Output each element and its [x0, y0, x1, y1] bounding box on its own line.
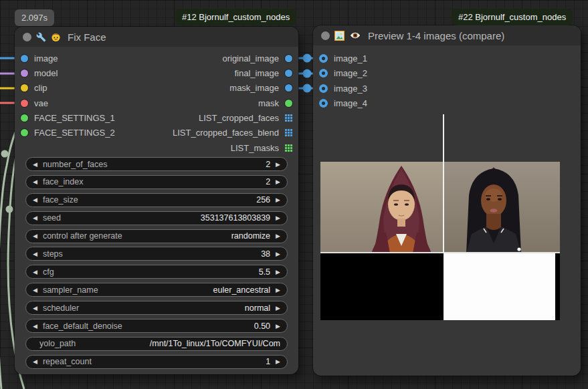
widget-cfg[interactable]: ◀ cfg 5.5 ▶ — [25, 265, 288, 279]
input-slot-image[interactable]: image — [21, 53, 58, 63]
node-title: Fix Face — [68, 31, 106, 43]
input-dot-model[interactable] — [21, 70, 28, 77]
decrement-arrow[interactable]: ◀ — [33, 305, 37, 311]
widget-number-of-faces[interactable]: ◀ number_of_faces 2 ▶ — [25, 157, 288, 171]
grid-output-icon[interactable] — [285, 129, 292, 136]
input-ring-image-1[interactable] — [319, 54, 328, 63]
increment-arrow[interactable]: ▶ — [276, 215, 280, 221]
widget-scheduler[interactable]: ◀ scheduler normal ▶ — [25, 301, 288, 315]
decrement-arrow[interactable]: ◀ — [33, 161, 37, 168]
node-title: Preview 1-4 images (compare) — [368, 30, 504, 41]
collapse-dot[interactable] — [321, 31, 330, 40]
output-dot-mask-image[interactable] — [285, 84, 292, 92]
widget-sampler-name[interactable]: ◀ sampler_name euler_ancestral ▶ — [25, 283, 288, 297]
decrement-arrow[interactable]: ◀ — [33, 233, 37, 239]
decrement-arrow[interactable]: ◀ — [33, 323, 37, 330]
increment-arrow[interactable]: ▶ — [276, 161, 280, 168]
input-slot-model[interactable]: model — [21, 68, 58, 78]
decrement-arrow[interactable]: ◀ — [33, 287, 37, 293]
widget-face-size[interactable]: ◀ face_size 256 ▶ — [25, 193, 288, 207]
compare-mask-image — [320, 252, 560, 320]
widget-yolo-path[interactable]: ◀ yolo_path /mnt/1To_linux/1To/COMFYUI/C… — [25, 337, 288, 351]
increment-arrow[interactable]: ▶ — [276, 358, 280, 365]
fix-face-node[interactable]: Fix Face image original_image model — [15, 27, 298, 374]
node-id-badge-fix-face: #12 Bjornulf_custom_nodes — [175, 9, 296, 25]
widget-list: ◀ number_of_faces 2 ▶ ◀ face_index 2 ▶ ◀… — [25, 157, 288, 373]
input-slot-face-settings-2[interactable]: FACE_SETTINGS_2 — [21, 128, 115, 138]
decrement-arrow[interactable]: ◀ — [33, 215, 37, 221]
increment-arrow[interactable]: ▶ — [276, 197, 280, 203]
widget-repeat-count[interactable]: ◀ repeat_count 1 ▶ — [25, 355, 288, 369]
input-dot-face-settings-2[interactable] — [21, 129, 28, 136]
input-slot-face-settings-1[interactable]: FACE_SETTINGS_1 — [21, 113, 115, 123]
output-slot-original-image[interactable]: original_image — [222, 53, 292, 63]
output-slot-list-cropped-faces-blend[interactable]: LIST_cropped_faces_blend — [173, 128, 292, 138]
eye-icon — [349, 31, 361, 39]
grid-output-icon[interactable] — [285, 144, 292, 152]
output-dot-mask[interactable] — [285, 100, 292, 107]
widget-face-default-denoise[interactable]: ◀ face_default_denoise 0.50 ▶ — [25, 319, 288, 333]
increment-arrow[interactable]: ▶ — [276, 178, 280, 185]
input-ring-image-4[interactable] — [319, 99, 328, 108]
collapse-dot[interactable] — [23, 33, 31, 41]
compare-slider-line[interactable] — [443, 114, 444, 253]
wrench-icon — [36, 32, 46, 42]
output-slot-mask-image[interactable]: mask_image — [229, 83, 292, 93]
widget-seed[interactable]: ◀ seed 353137613803839 ▶ — [25, 211, 288, 225]
person-face-icon — [51, 32, 61, 42]
decrement-arrow[interactable]: ◀ — [33, 269, 37, 275]
mask-white-region — [444, 253, 555, 320]
widget-steps[interactable]: ◀ steps 38 ▶ — [25, 247, 288, 261]
input-dot-image[interactable] — [21, 55, 28, 62]
increment-arrow[interactable]: ▶ — [276, 233, 280, 239]
increment-arrow[interactable]: ▶ — [276, 251, 280, 257]
output-slot-mask[interactable]: mask — [258, 98, 292, 108]
compare-portraits-image — [320, 162, 560, 253]
input-ring-image-3[interactable] — [319, 84, 328, 93]
grid-output-icon[interactable] — [285, 114, 292, 122]
widget-face-index[interactable]: ◀ face_index 2 ▶ — [25, 175, 288, 189]
decrement-arrow[interactable]: ◀ — [33, 178, 37, 185]
node-canvas[interactable]: 2.097s #12 Bjornulf_custom_nodes #22 Bjo… — [0, 0, 588, 389]
preview-image-area[interactable] — [320, 162, 560, 346]
decrement-arrow[interactable]: ◀ — [33, 197, 37, 203]
increment-arrow[interactable]: ▶ — [276, 287, 280, 293]
input-slot-clip[interactable]: clip — [21, 83, 47, 93]
io-rows: image original_image model final_image — [15, 47, 298, 155]
input-slot-image-2[interactable]: image_2 — [319, 68, 367, 78]
execution-time-badge: 2.097s — [15, 9, 54, 26]
increment-arrow[interactable]: ▶ — [276, 305, 280, 311]
fix-face-node-header[interactable]: Fix Face — [15, 27, 298, 47]
output-dot-original-image[interactable] — [285, 55, 292, 62]
output-slot-list-masks[interactable]: LIST_masks — [231, 143, 292, 153]
widget-control-after-generate[interactable]: ◀ control after generate randomize ▶ — [25, 229, 288, 243]
increment-arrow[interactable]: ▶ — [276, 269, 280, 275]
input-slot-image-3[interactable]: image_3 — [319, 84, 367, 94]
output-dot-final-image[interactable] — [285, 70, 292, 77]
node-id-badge-preview: #22 Bjornulf_custom_nodes — [452, 9, 573, 25]
input-dot-face-settings-1[interactable] — [21, 114, 28, 122]
input-slot-vae[interactable]: vae — [21, 98, 48, 108]
io-rows: image_1 image_2 image_3 image_4 — [313, 45, 581, 111]
preview-compare-node[interactable]: Preview 1-4 images (compare) image_1 ima… — [313, 25, 581, 376]
output-slot-final-image[interactable]: final_image — [235, 68, 293, 78]
input-slot-image-4[interactable]: image_4 — [319, 98, 367, 108]
input-dot-clip[interactable] — [21, 84, 28, 92]
input-slot-image-1[interactable]: image_1 — [319, 53, 367, 63]
framed-picture-icon — [334, 31, 345, 41]
input-ring-image-2[interactable] — [319, 69, 328, 78]
decrement-arrow[interactable]: ◀ — [33, 251, 37, 257]
output-slot-list-cropped-faces[interactable]: LIST_cropped_faces — [199, 113, 292, 123]
preview-node-header[interactable]: Preview 1-4 images (compare) — [313, 25, 581, 45]
decrement-arrow[interactable]: ◀ — [33, 358, 37, 365]
increment-arrow[interactable]: ▶ — [276, 323, 280, 330]
input-dot-vae[interactable] — [21, 100, 28, 107]
